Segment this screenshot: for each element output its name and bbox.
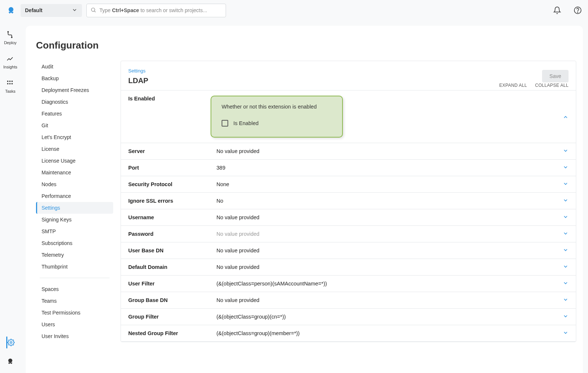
setting-row-password[interactable]: PasswordNo value provided [121,226,576,242]
setting-row-default-domain[interactable]: Default DomainNo value provided [121,259,576,276]
sidebar-item-let-s-encrypt[interactable]: Let's Encrypt [36,131,113,143]
breadcrumb-settings[interactable]: Settings [128,68,146,74]
setting-label: Group Base DN [128,297,216,303]
rail-item-deploy[interactable]: Deploy [4,31,17,45]
sidebar-item-spaces[interactable]: Spaces [36,283,113,295]
setting-label: Default Domain [128,264,216,270]
setting-label: Password [128,231,216,237]
setting-label: User Base DN [128,248,216,253]
sidebar-item-signing-keys[interactable]: Signing Keys [36,214,113,225]
chevron-down-icon[interactable] [563,181,569,188]
setting-row-server[interactable]: ServerNo value provided [121,143,576,160]
setting-value: No value provided [216,231,569,237]
setting-row-user-base-dn[interactable]: User Base DNNo value provided [121,242,576,259]
chevron-down-icon[interactable] [563,313,569,320]
space-selector[interactable]: Default [21,4,82,17]
notifications-icon[interactable] [553,6,562,15]
collapse-all-button[interactable]: COLLAPSE ALL [535,83,569,88]
rail-label: Tasks [5,89,15,93]
sidebar-item-settings[interactable]: Settings [36,202,113,214]
chevron-down-icon[interactable] [563,231,569,238]
sidebar-item-maintenance[interactable]: Maintenance [36,167,113,178]
sidebar-item-teams[interactable]: Teams [36,295,113,307]
sidebar-item-thumbprint[interactable]: Thumbprint [36,261,113,273]
help-icon[interactable] [573,6,582,15]
is-enabled-checkbox[interactable] [222,120,228,127]
setting-row-nested-group-filter[interactable]: Nested Group Filter(&(objectClass=group)… [121,325,576,342]
sidebar-item-user-invites[interactable]: User Invites [36,330,113,342]
tasks-icon [6,79,14,88]
sidebar-item-license[interactable]: License [36,143,113,155]
sidebar-item-audit[interactable]: Audit [36,61,113,72]
sidebar-item-license-usage[interactable]: License Usage [36,155,113,167]
setting-row-security-protocol[interactable]: Security ProtocolNone [121,176,576,193]
topbar: Default Type Ctrl+Space to search or swi… [0,0,588,21]
setting-value: No value provided [216,148,569,154]
setting-row-ignore-ssl-errors[interactable]: Ignore SSL errorsNo [121,193,576,209]
search-icon [90,7,96,14]
chevron-down-icon[interactable] [563,297,569,304]
setting-value: None [216,181,569,187]
rail-octopus-icon[interactable] [6,357,14,366]
chevron-down-icon[interactable] [563,214,569,221]
setting-row-username[interactable]: UsernameNo value provided [121,209,576,226]
sidebar-item-backup[interactable]: Backup [36,72,113,84]
chevron-down-icon[interactable] [563,264,569,271]
setting-label: Username [128,214,216,220]
svg-point-5 [8,31,9,32]
sidebar-item-performance[interactable]: Performance [36,190,113,202]
nav-rail: Deploy Insights Tasks [0,21,21,373]
sidebar-item-deployment-freezes[interactable]: Deployment Freezes [36,84,113,96]
svg-point-1 [92,8,95,11]
sidebar-item-subscriptions[interactable]: Subscriptions [36,237,113,249]
chevron-down-icon[interactable] [563,164,569,171]
page-title: Configuration [36,40,573,51]
setting-value: No value provided [216,214,569,220]
setting-value: No value provided [216,264,569,270]
svg-rect-9 [11,81,12,82]
sidebar-item-users[interactable]: Users [36,319,113,330]
sidebar-item-git[interactable]: Git [36,120,113,131]
sidebar-item-nodes[interactable]: Nodes [36,178,113,190]
setting-value: No value provided [216,248,569,253]
setting-value: (&(objectClass=group)(member=*)) [216,330,569,336]
setting-value: 389 [216,165,569,171]
setting-row-user-filter[interactable]: User Filter(&(objectClass=person)(sAMAcc… [121,276,576,292]
chevron-down-icon [72,7,78,14]
chevron-down-icon[interactable] [563,148,569,155]
rail-item-insights[interactable]: Insights [3,55,17,69]
setting-label: Nested Group Filter [128,330,216,336]
setting-row-group-filter[interactable]: Group Filter(&(objectClass=group)(cn=*)) [121,309,576,325]
deploy-icon [6,31,14,39]
checkbox-label: Is Enabled [233,120,259,126]
setting-row-group-base-dn[interactable]: Group Base DNNo value provided [121,292,576,309]
sidebar-item-telemetry[interactable]: Telemetry [36,249,113,261]
setting-label: Port [128,165,216,171]
setting-label: Server [128,148,216,154]
sidebar-item-features[interactable]: Features [36,108,113,120]
settings-panel: Settings LDAP Save EXPAND ALL COLLAPSE A… [121,61,576,342]
chevron-down-icon[interactable] [563,198,569,205]
rail-settings-icon[interactable] [6,337,15,348]
svg-point-6 [11,37,12,38]
setting-label: Security Protocol [128,181,216,187]
rail-item-tasks[interactable]: Tasks [5,79,15,93]
app-logo[interactable] [6,5,16,15]
svg-point-14 [8,359,12,363]
chevron-down-icon[interactable] [563,280,569,287]
chevron-down-icon[interactable] [563,247,569,254]
sidebar-group-2: SpacesTeamsTest PermissionsUsersUser Inv… [36,283,113,342]
save-button[interactable]: Save [542,70,569,82]
sidebar-item-test-permissions[interactable]: Test Permissions [36,307,113,319]
setting-label: Is Enabled [128,96,216,102]
search-box[interactable]: Type Ctrl+Space to search or switch proj… [86,4,226,17]
sidebar-item-smtp[interactable]: SMTP [36,225,113,237]
chevron-up-icon[interactable] [563,113,569,120]
chevron-down-icon[interactable] [563,330,569,337]
sidebar-item-diagnostics[interactable]: Diagnostics [36,96,113,108]
setting-row-port[interactable]: Port389 [121,160,576,176]
expand-all-button[interactable]: EXPAND ALL [499,83,527,88]
svg-rect-12 [11,83,12,84]
setting-label: Ignore SSL errors [128,198,216,204]
setting-row-is-enabled: Is Enabled Whether or not this extension… [121,90,576,143]
